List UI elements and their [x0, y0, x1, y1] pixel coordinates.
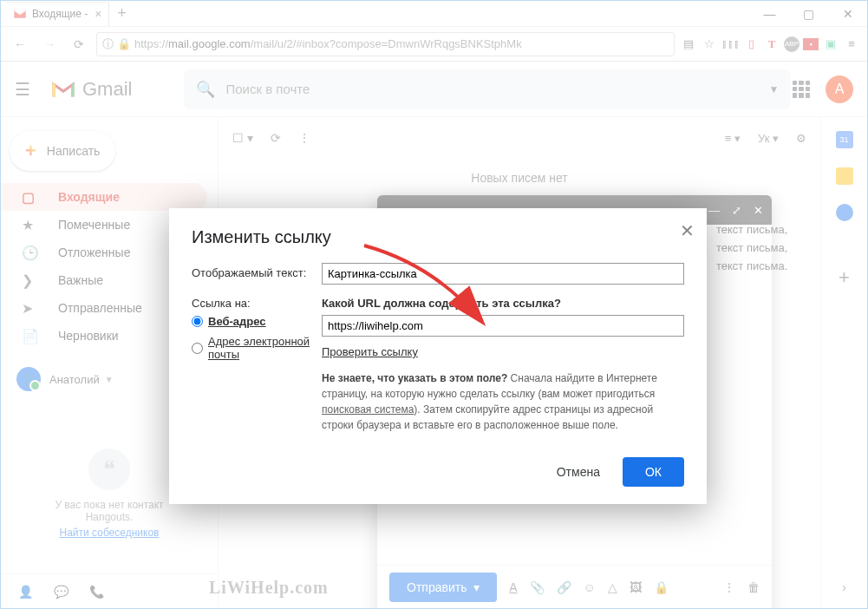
display-text-input[interactable]	[322, 263, 684, 285]
radio-web-address[interactable]: Веб-адрес	[192, 315, 322, 328]
radio-web-input[interactable]	[192, 316, 203, 327]
search-engine-link[interactable]: поисковая система	[322, 403, 414, 416]
test-link[interactable]: Проверить ссылку	[322, 345, 418, 358]
link-to-label: Ссылка на:	[192, 297, 251, 310]
radio-email-input[interactable]	[192, 343, 203, 354]
dialog-help-text: Не знаете, что указать в этом поле? Снач…	[322, 370, 684, 433]
display-text-label: Отображаемый текст:	[192, 263, 322, 285]
radio-email-address[interactable]: Адрес электронной почты	[192, 335, 322, 361]
cancel-button[interactable]: Отмена	[545, 458, 612, 486]
dialog-close-icon[interactable]: ✕	[680, 220, 695, 241]
ok-button[interactable]: ОК	[623, 457, 684, 487]
url-prompt: Какой URL должна содержать эта ссылка?	[322, 297, 684, 310]
url-input[interactable]	[322, 315, 684, 337]
dialog-title: Изменить ссылку	[192, 227, 684, 247]
edit-link-dialog: ✕ Изменить ссылку Отображаемый текст: Сс…	[169, 208, 707, 504]
